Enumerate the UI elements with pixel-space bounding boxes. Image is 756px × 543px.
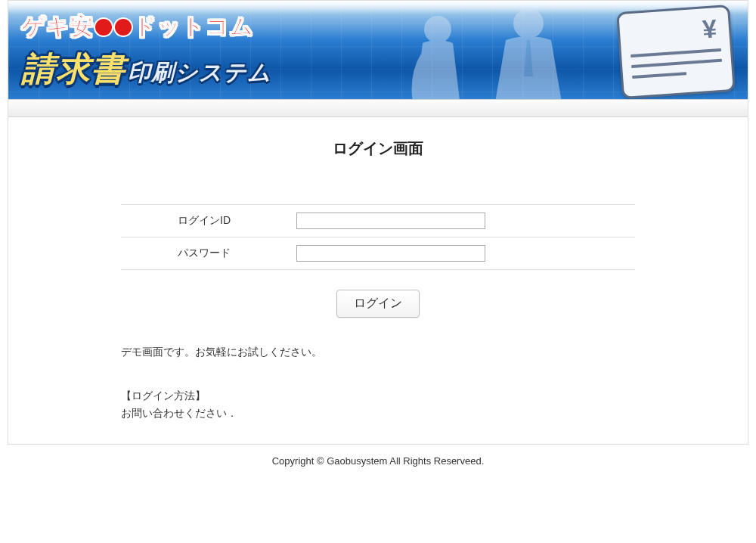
banner-line2-small: 印刷システム [128, 60, 271, 85]
password-input[interactable] [296, 245, 485, 262]
red-dot-icon [115, 19, 132, 36]
login-id-label: ログインID [121, 205, 287, 237]
info-block: デモ画面です。お気軽にお試しください。 【ログイン方法】 お問い合わせください． [121, 343, 635, 421]
login-method-heading: 【ログイン方法】 [121, 387, 635, 404]
footer-copyright: Copyright © Gaobusystem All Rights Reser… [0, 445, 756, 474]
yen-icon: ¥ [628, 15, 720, 47]
login-method-text: お問い合わせください． [121, 405, 635, 421]
password-row: パスワード [121, 237, 635, 270]
invoice-card-illustration: ¥ [616, 5, 736, 99]
login-id-input[interactable] [296, 213, 485, 229]
red-dot-icon [95, 19, 112, 36]
password-label: パスワード [121, 237, 287, 270]
login-id-row: ログインID [121, 205, 635, 237]
main-content: ログイン画面 ログインID パスワード ログイン デモ画面です。お気軽にお試しく… [8, 117, 748, 444]
banner-line2: 請求書印刷システム [22, 47, 271, 92]
banner-line1-part2: ドットコム [133, 14, 254, 39]
people-silhouette [385, 1, 612, 99]
banner-line1-part1: ゲキ安 [22, 14, 94, 39]
header-banner: ¥ ゲキ安ドットコム 請求書印刷システム [8, 1, 748, 99]
sub-header-bar [8, 99, 748, 117]
banner-line1: ゲキ安ドットコム [22, 11, 271, 42]
app-container: ¥ ゲキ安ドットコム 請求書印刷システム ログイン画面 ログインID [8, 0, 748, 445]
login-form-table: ログインID パスワード [121, 204, 635, 270]
banner-line2-big: 請求書 [22, 50, 126, 87]
submit-row: ログイン [31, 290, 725, 318]
banner-title-group: ゲキ安ドットコム 請求書印刷システム [22, 11, 271, 92]
svg-point-1 [513, 8, 544, 39]
demo-text: デモ画面です。お気軽にお試しください。 [121, 343, 635, 360]
page-title: ログイン画面 [31, 138, 725, 159]
svg-point-0 [424, 16, 451, 43]
login-button[interactable]: ログイン [336, 290, 420, 318]
